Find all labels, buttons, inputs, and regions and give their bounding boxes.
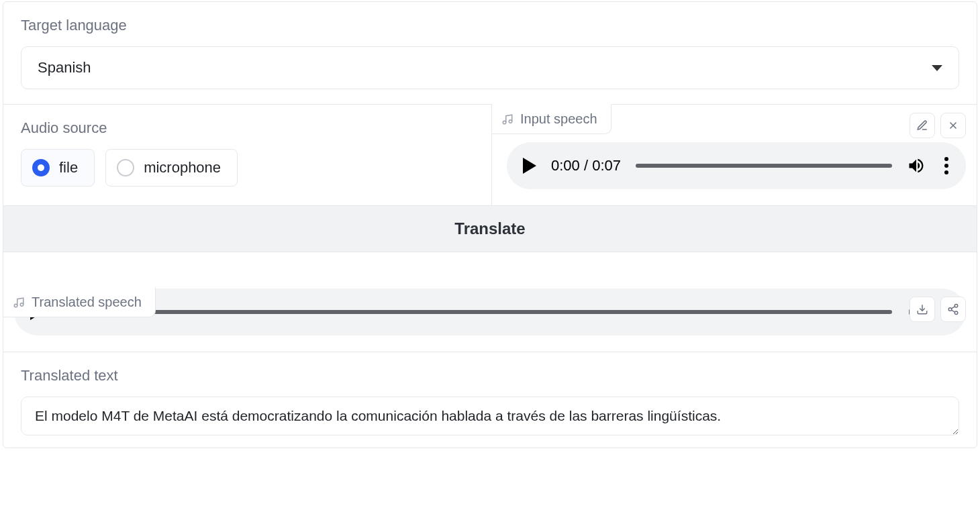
audio-source-options: file microphone	[21, 149, 474, 187]
radio-icon	[117, 159, 134, 176]
translated-text-label: Translated text	[21, 367, 959, 384]
translated-text-output[interactable]: El modelo M4T de MetaAI está democratiza…	[21, 397, 959, 435]
translated-speech-tab: Translated speech	[3, 287, 156, 317]
input-speech-label: Input speech	[520, 111, 597, 127]
share-icon	[947, 303, 959, 315]
radio-label: file	[59, 159, 78, 176]
chevron-down-icon	[932, 65, 942, 71]
input-speech-tab: Input speech	[492, 104, 611, 134]
radio-icon	[32, 159, 50, 176]
music-icon	[13, 297, 25, 309]
radio-label: microphone	[144, 159, 221, 176]
svg-point-6	[954, 311, 958, 315]
input-audio-player[interactable]: 0:00 / 0:07	[507, 142, 966, 189]
clear-button[interactable]	[940, 113, 966, 138]
audio-source-microphone[interactable]: microphone	[105, 149, 238, 187]
translated-speech-label: Translated speech	[32, 295, 142, 310]
share-button[interactable]	[940, 297, 966, 322]
target-language-label: Target language	[21, 17, 959, 34]
svg-point-5	[948, 308, 952, 311]
input-audio-progress[interactable]	[636, 164, 892, 168]
translated-audio-progress[interactable]	[143, 310, 892, 314]
app-container: Target language Spanish Audio source fil…	[3, 1, 977, 448]
edit-button[interactable]	[910, 113, 935, 138]
translate-button[interactable]: Translate	[3, 206, 977, 252]
volume-icon[interactable]	[907, 156, 926, 175]
input-audio-time: 0:00 / 0:07	[551, 157, 621, 174]
play-icon[interactable]	[523, 158, 536, 174]
audio-menu-icon[interactable]	[940, 157, 952, 174]
music-icon	[501, 113, 513, 125]
translated-audio-player[interactable]: 0:00 / 0:07	[14, 289, 966, 335]
svg-point-4	[954, 305, 958, 308]
translated-text-section: Translated text El modelo M4T de MetaAI …	[3, 352, 977, 448]
svg-point-0	[503, 121, 506, 124]
target-language-value: Spanish	[38, 59, 91, 76]
pencil-icon	[916, 119, 928, 132]
input-speech-section: Input speech 0:00 / 0:07	[492, 105, 977, 205]
close-icon	[947, 119, 959, 132]
translated-speech-section: Translated speech 0:00 / 0:07	[3, 289, 977, 352]
input-speech-actions	[910, 113, 966, 138]
audio-source-file[interactable]: file	[21, 149, 95, 187]
audio-row: Audio source file microphone Input speec…	[3, 105, 977, 206]
svg-point-2	[14, 304, 17, 307]
translated-speech-actions	[910, 297, 966, 322]
svg-point-1	[509, 119, 512, 123]
svg-point-3	[20, 303, 23, 306]
download-button[interactable]	[910, 297, 935, 322]
download-icon	[916, 303, 928, 315]
audio-source-label: Audio source	[21, 119, 474, 137]
target-language-dropdown[interactable]: Spanish	[21, 46, 959, 89]
target-language-section: Target language Spanish	[3, 2, 977, 105]
audio-source-section: Audio source file microphone	[3, 105, 492, 205]
